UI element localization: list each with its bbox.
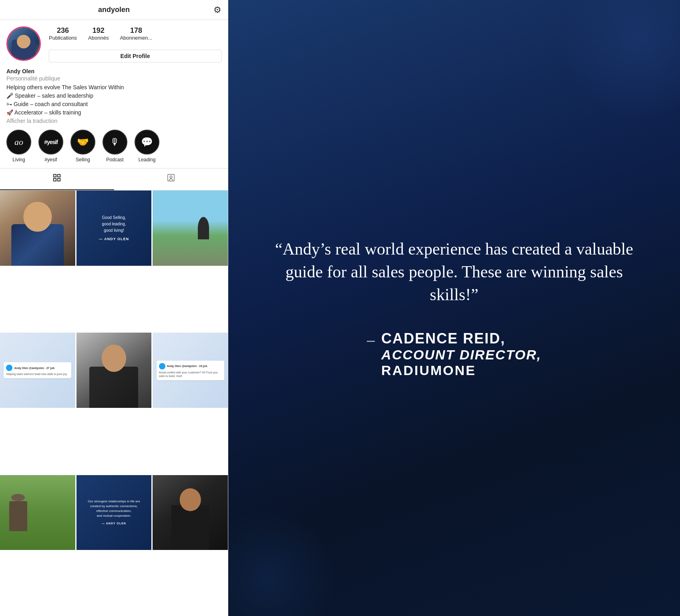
photo-grid: Good Selling,good leading,good living! —… [0,191,228,616]
tweet-username-2: Andy Olen @andyolen · 19 juil. [167,365,208,367]
profile-info-section: 236 Publications 192 Abonnés 178 Abonnem… [0,20,228,124]
bio-line-4: 🚀 Accelerator – skills training [6,108,221,117]
following-count: 178 [130,26,142,35]
bio-line-3: 🗝 Guide – coach and consultant [6,100,221,108]
highlight-label-selling: Selling [76,157,90,163]
highlight-yesif[interactable]: #yesif #yesif [38,130,63,163]
tab-tagged[interactable] [114,169,228,190]
tab-grid[interactable] [0,169,114,190]
avatar[interactable] [6,26,41,61]
highlight-circle-yesif: #yesif [38,130,63,155]
tweet-avatar-1 [6,365,12,371]
grid-image-4: Andy Olen @andyolen · 27 juil. Helping s… [0,333,75,408]
avatar-image [8,28,40,60]
publications-count: 236 [57,26,69,35]
grid-item-6[interactable]: Andy Olen @andyolen · 19 juil. Avoid con… [153,333,228,408]
stat-following[interactable]: 178 Abonnemen... [120,26,152,41]
followers-count: 192 [93,26,105,35]
highlight-circle-podcast: 🎙 [103,130,127,155]
bio-line-2: 🎤 Speaker – sales and leadership [6,92,221,100]
tab-bar [0,169,228,191]
highlight-label-yesif: #yesif [44,157,57,163]
settings-icon[interactable]: ⚙ [213,5,221,15]
svg-rect-2 [54,179,56,181]
grid-quote2-main: Our strongest relationships in life arec… [88,499,140,518]
stat-followers[interactable]: 192 Abonnés [88,26,109,41]
grid-icon [52,173,61,185]
grid-image-7 [0,475,75,550]
tweet-mini-1: Andy Olen @andyolen · 27 juil. Helping s… [4,362,71,378]
grid-image-1 [0,191,75,266]
tweet-username-1: Andy Olen @andyolen · 27 juil. [14,367,55,369]
svg-rect-1 [58,175,60,177]
grid-image-6: Andy Olen @andyolen · 19 juil. Avoid con… [153,333,228,408]
highlights-section: ao Living #yesif #yesif 🤝 Selling 🎙 Podc… [0,124,228,169]
highlight-circle-leading: 💬 [135,130,159,155]
highlight-label-podcast: Podcast [106,157,123,163]
profile-top-row: 236 Publications 192 Abonnés 178 Abonnem… [6,26,221,62]
bio-line-1: Helping others evolve The Sales Warrior … [6,83,221,92]
profile-bio: Andy Olen Personnalité publique Helping … [6,68,221,124]
profile-header: andyolen ⚙ [0,0,228,20]
svg-rect-0 [54,175,56,177]
grid-item-5[interactable] [76,333,152,408]
tweet-header-2: Andy Olen @andyolen · 19 juil. [159,363,222,369]
highlight-circle-selling: 🤝 [70,130,95,155]
tweet-header-1: Andy Olen @andyolen · 27 juil. [6,365,69,371]
grid-item-1[interactable] [0,191,75,266]
following-label: Abonnemen... [120,35,152,41]
bio-name: Andy Olen [6,68,221,74]
grid-image-9 [153,475,228,550]
grid-quote2-author: — ANDY OLEN [88,522,140,526]
stat-publications[interactable]: 236 Publications [49,26,77,41]
grid-quote-author: — ANDY OLEN [99,236,129,242]
grid-item-3[interactable] [153,191,228,266]
highlight-label-leading: Leading [139,157,156,163]
tweet-content-1: Helping sales warriors build new skills … [6,372,69,376]
bio-translate-link[interactable]: Afficher la traduction [6,118,221,124]
grid-item-2[interactable]: Good Selling,good leading,good living! —… [76,191,152,266]
username: andyolen [98,6,130,14]
edit-profile-button[interactable]: Edit Profile [49,50,221,62]
grid-quote2-text: Our strongest relationships in life arec… [85,497,142,528]
grid-item-7[interactable] [0,475,75,550]
grid-item-4[interactable]: Andy Olen @andyolen · 27 juil. Helping s… [0,333,75,408]
attribution-name: CADENCE REID, [381,330,541,347]
followers-label: Abonnés [88,35,109,41]
instagram-profile-panel: andyolen ⚙ 236 Publications 192 Abonnés [0,0,228,616]
grid-quote-text: Good Selling,good leading,good living! —… [96,211,132,245]
attribution: – CADENCE REID, ACCOUNT DIRECTOR, RADIUM… [367,330,541,378]
attribution-text: CADENCE REID, ACCOUNT DIRECTOR, RADIUMON… [381,330,541,378]
tweet-mini-2: Andy Olen @andyolen · 19 juil. Avoid con… [157,361,224,380]
publications-label: Publications [49,35,77,41]
highlight-selling[interactable]: 🤝 Selling [70,130,95,163]
grid-item-8[interactable]: Our strongest relationships in life arec… [76,475,152,550]
person-tag-icon [167,173,175,185]
grid-quote-main: Good Selling,good leading,good living! [99,215,129,234]
tweet-content-2: Avoid conflict with your customer? It'll… [159,371,222,378]
highlight-label-living: Living [12,157,25,163]
testimonial-quote: “Andy’s real world experience has create… [260,238,648,306]
attribution-title: ACCOUNT DIRECTOR, [381,347,541,363]
grid-image-5 [76,333,152,408]
bio-text: Helping others evolve The Sales Warrior … [6,83,221,117]
svg-point-5 [170,176,172,178]
svg-rect-3 [58,179,60,181]
grid-image-2: Good Selling,good leading,good living! —… [76,191,152,266]
highlight-living[interactable]: ao Living [6,130,31,163]
attribution-dash: – [367,332,375,349]
highlight-circle-living: ao [6,130,31,155]
highlight-leading[interactable]: 💬 Leading [135,130,159,163]
attribution-company: RADIUMONE [381,363,541,378]
grid-image-8: Our strongest relationships in life arec… [76,475,152,550]
grid-image-3 [153,191,228,266]
quote-panel: “Andy’s real world experience has create… [228,0,680,616]
bio-category: Personnalité publique [6,75,221,82]
stats-row: 236 Publications 192 Abonnés 178 Abonnem… [49,26,221,41]
highlight-podcast[interactable]: 🎙 Podcast [103,130,127,163]
tweet-avatar-2 [159,363,165,369]
grid-item-9[interactable] [153,475,228,550]
